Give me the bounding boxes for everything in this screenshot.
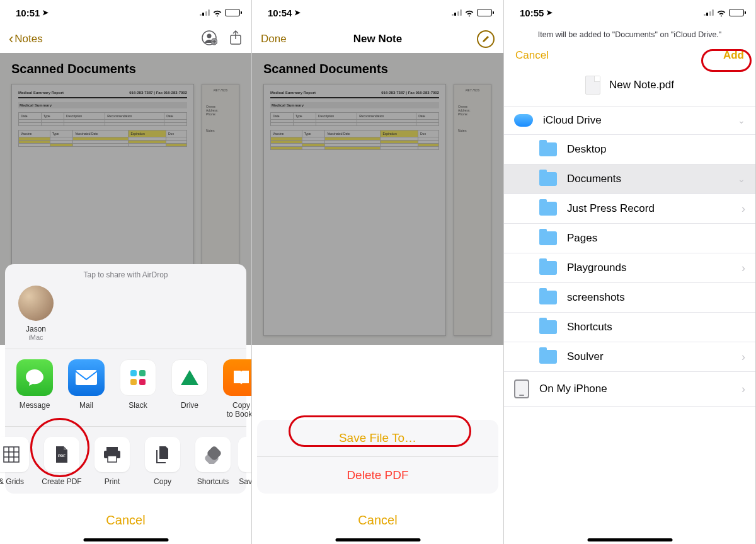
folder-screenshots[interactable]: screenshots: [504, 283, 755, 313]
file-name: New Note.pdf: [609, 79, 674, 91]
copy-icon: [145, 437, 180, 472]
home-indicator[interactable]: [335, 538, 420, 541]
folder-playgrounds[interactable]: Playgrounds ›: [504, 253, 755, 283]
folder-icon: [539, 350, 557, 364]
cell-signal-icon: [704, 9, 714, 16]
add-button[interactable]: Add: [723, 49, 744, 62]
svg-rect-4: [76, 370, 97, 385]
battery-icon: [729, 9, 744, 16]
cancel-button[interactable]: Cancel: [5, 503, 246, 538]
wifi-icon: [716, 8, 726, 18]
folder-icon: [539, 291, 557, 304]
chevron-down-icon: ⌄: [738, 174, 745, 184]
file-thumb-icon: [585, 76, 600, 95]
home-indicator[interactable]: [83, 538, 168, 541]
folder-icon: [539, 231, 557, 245]
shortcuts-icon: [195, 437, 231, 472]
svg-rect-8: [108, 456, 117, 462]
svg-rect-6: [106, 447, 118, 451]
icloud-icon: [514, 114, 533, 127]
airdrop-header: Tap to share with AirDrop: [5, 270, 246, 279]
books-icon: [223, 359, 252, 396]
folder-icon: [539, 142, 557, 156]
share-sheet: Tap to share with AirDrop Jason iMac Mes…: [5, 264, 246, 494]
iphone-icon: [514, 379, 529, 398]
picker-nav: Cancel Add: [504, 45, 755, 68]
folder-pages[interactable]: Pages: [504, 224, 755, 253]
chevron-right-icon: ›: [742, 202, 745, 216]
action-print[interactable]: Print: [87, 437, 137, 486]
folder-soulver[interactable]: Soulver ›: [504, 342, 755, 372]
action-lines-grids[interactable]: & Grids: [0, 437, 37, 486]
message-icon: [16, 359, 53, 396]
folder-icon: [539, 172, 557, 186]
mail-icon: [68, 359, 105, 396]
airdrop-name: Jason: [14, 325, 58, 333]
action-copy[interactable]: Copy: [137, 437, 188, 486]
cancel-button[interactable]: Cancel: [257, 503, 498, 538]
screen-file-picker: 10:55 ➤ Item will be added to "Documents…: [504, 0, 756, 544]
share-actions-row: & Grids PDF Create PDF Print: [5, 427, 246, 494]
save-icon: [238, 437, 252, 472]
share-slack[interactable]: Slack: [113, 359, 163, 419]
share-mail[interactable]: Mail: [62, 359, 111, 419]
action-save-clipped[interactable]: Save: [238, 437, 252, 486]
share-message[interactable]: Message: [10, 359, 59, 419]
file-preview-row: New Note.pdf: [504, 68, 755, 106]
status-time: 10:55: [520, 8, 544, 18]
grid-icon: [0, 437, 29, 472]
picker-subtitle: Item will be added to "Documents" on "iC…: [504, 25, 755, 45]
drive-icon: [171, 359, 208, 396]
status-bar: 10:55 ➤: [504, 0, 755, 25]
airdrop-contact[interactable]: Jason iMac: [14, 286, 58, 341]
chevron-right-icon: ›: [742, 383, 745, 396]
airdrop-device: iMac: [14, 333, 58, 341]
delete-pdf-button[interactable]: Delete PDF: [257, 457, 498, 494]
folder-documents[interactable]: Documents ⌄: [504, 165, 755, 194]
folder-icon: [539, 320, 557, 334]
folder-desktop[interactable]: Desktop: [504, 135, 755, 165]
location-on-my-iphone[interactable]: On My iPhone ›: [504, 372, 755, 407]
folder-shortcuts[interactable]: Shortcuts: [504, 313, 755, 342]
share-apps-row: Message Mail Slack: [5, 349, 246, 427]
folder-just-press-record[interactable]: Just Press Record ›: [504, 194, 755, 224]
chevron-right-icon: ›: [742, 262, 745, 275]
screen-share-sheet: 10:51 ➤ ‹ Notes: [0, 0, 252, 544]
action-create-pdf[interactable]: PDF Create PDF: [37, 437, 87, 486]
chevron-right-icon: ›: [742, 350, 745, 364]
share-books[interactable]: Copy to Books: [217, 359, 252, 419]
svg-text:PDF: PDF: [58, 454, 66, 458]
home-indicator[interactable]: [587, 538, 672, 541]
share-drive[interactable]: Drive: [165, 359, 214, 419]
folder-icon: [539, 202, 557, 216]
chevron-down-icon: ⌄: [738, 115, 745, 125]
save-file-to-button[interactable]: Save File To…: [257, 420, 498, 457]
screen-pdf-actions: 10:54 ➤ Done New Note Scanned Documents: [252, 0, 504, 544]
pdf-icon: PDF: [44, 437, 79, 472]
slack-icon: [120, 359, 156, 396]
cancel-button[interactable]: Cancel: [515, 49, 549, 62]
action-menu: Save File To… Delete PDF: [257, 420, 498, 494]
location-icloud-drive[interactable]: iCloud Drive ⌄: [504, 107, 755, 135]
avatar: [18, 286, 54, 321]
print-icon: [94, 437, 130, 472]
action-shortcuts[interactable]: Shortcuts: [188, 437, 238, 486]
folder-icon: [539, 261, 557, 275]
location-icon: ➤: [546, 8, 553, 17]
